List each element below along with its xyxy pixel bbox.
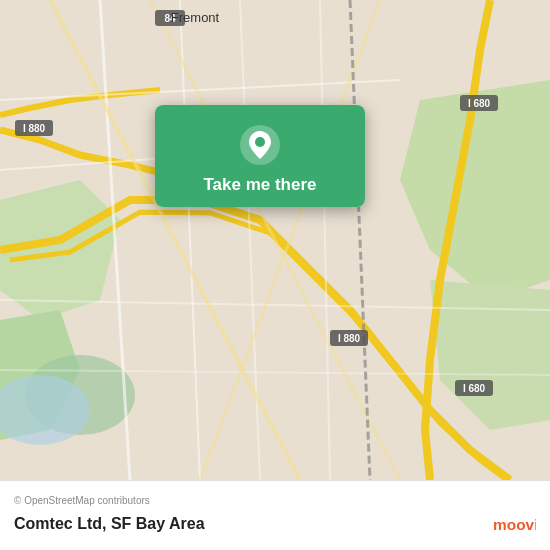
svg-text:moovit: moovit: [493, 516, 536, 533]
svg-text:I 680: I 680: [463, 383, 486, 394]
location-name: Comtec Ltd, SF Bay Area: [14, 515, 205, 533]
svg-point-33: [255, 137, 265, 147]
bottom-row: Comtec Ltd, SF Bay Area moovit: [14, 510, 536, 538]
moovit-logo-svg: moovit: [492, 510, 536, 538]
svg-text:I 680: I 680: [468, 98, 491, 109]
bottom-bar: © OpenStreetMap contributors Comtec Ltd,…: [0, 480, 550, 550]
svg-text:I 880: I 880: [23, 123, 46, 134]
moovit-logo: moovit: [492, 510, 536, 538]
map-svg: 84 I 880 I 880 I 880 I 680 I 680 Fremont: [0, 0, 550, 480]
popup-green-area: Take me there: [155, 105, 365, 207]
popup-label: Take me there: [203, 171, 316, 195]
svg-text:Fremont: Fremont: [171, 10, 220, 25]
location-popup[interactable]: Take me there: [155, 105, 365, 207]
attribution: © OpenStreetMap contributors: [14, 495, 536, 506]
map-container: 84 I 880 I 880 I 880 I 680 I 680 Fremont…: [0, 0, 550, 480]
location-pin-icon: [238, 123, 282, 167]
svg-text:I 880: I 880: [338, 333, 361, 344]
